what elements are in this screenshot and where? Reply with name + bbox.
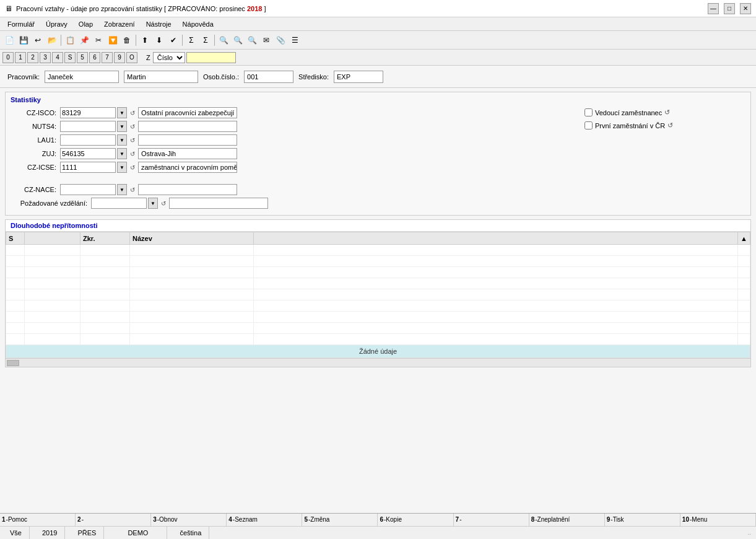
tb-down[interactable]: ⬇ (152, 33, 166, 47)
worker-stredisko[interactable] (334, 71, 383, 83)
tb-list[interactable]: ☰ (288, 33, 302, 47)
rec-btn-5[interactable]: 5 (77, 52, 88, 63)
czicse-reset[interactable]: ↺ (128, 163, 137, 172)
czisco-input[interactable] (60, 107, 116, 118)
czicse-input[interactable] (60, 162, 116, 173)
czisco-reset[interactable]: ↺ (128, 108, 137, 117)
fn6-key[interactable]: 6-Kopie (378, 514, 453, 526)
cznace-dropdown[interactable]: ▼ (117, 184, 127, 195)
menu-formulaf[interactable]: Formulář (2, 20, 40, 28)
lau1-dropdown[interactable]: ▼ (117, 134, 127, 146)
rec-btn-o[interactable]: O (126, 52, 137, 63)
czisco-dropdown[interactable]: ▼ (117, 107, 127, 118)
stat-row-czisco: CZ-ISCO: ▼ ↺ Ostatní pracovníci zabezpeč… (11, 107, 584, 118)
lau1-input[interactable] (60, 134, 116, 146)
prvni-zamestnani-label: První zaměstnání v ČR (595, 122, 665, 129)
fn3-key[interactable]: 3-Obnov (151, 514, 227, 526)
maximize-button[interactable]: □ (724, 3, 735, 14)
rec-btn-1[interactable]: 1 (15, 52, 26, 63)
rec-btn-7[interactable]: 7 (102, 52, 113, 63)
table-header-row: S Zkr. Název ▲ (6, 232, 750, 245)
vedouci-reset-icon[interactable]: ↺ (664, 108, 670, 116)
rec-btn-4[interactable]: 4 (52, 52, 63, 63)
nuts4-reset[interactable]: ↺ (128, 122, 137, 131)
tb-undo[interactable]: ↩ (31, 33, 45, 47)
tb-open[interactable]: 📂 (45, 33, 59, 47)
menu-napoveda[interactable]: Nápověda (178, 20, 219, 28)
rec-btn-6[interactable]: 6 (89, 52, 100, 63)
h-scroll-thumb[interactable] (7, 360, 19, 366)
menu-upravy[interactable]: Úpravy (41, 20, 72, 28)
fn7-key[interactable]: 7- (454, 514, 529, 526)
rec-btn-s1[interactable]: S (64, 52, 76, 63)
fn4-key[interactable]: 4-Seznam (227, 514, 302, 526)
vedouci-checkbox[interactable] (584, 108, 593, 116)
stat-spacer (11, 175, 584, 184)
zuj-input[interactable] (60, 148, 116, 159)
worker-firstname[interactable] (124, 71, 198, 83)
worker-info: Pracovník: Osob.číslo.: Středisko: (0, 66, 756, 88)
tb-filter[interactable]: 🔽 (106, 33, 119, 47)
vzdelani-dropdown[interactable]: ▼ (148, 198, 158, 209)
worker-osob-cislo[interactable] (244, 71, 293, 83)
menu-zobrazeni[interactable]: Zobrazení (99, 20, 140, 28)
tb-paste[interactable]: 📌 (77, 33, 91, 47)
vzdelani-reset[interactable]: ↺ (159, 199, 168, 208)
menu-nastroje[interactable]: Nástroje (141, 20, 176, 28)
czicse-dropdown[interactable]: ▼ (117, 162, 127, 173)
lau1-reset[interactable]: ↺ (128, 136, 137, 144)
prvni-zamestnani-checkbox[interactable] (584, 121, 593, 129)
menu-olap[interactable]: Olap (74, 20, 98, 28)
zuj-dropdown[interactable]: ▼ (117, 148, 127, 159)
fn8-key[interactable]: 8-Zneplatnění (529, 514, 605, 526)
close-button[interactable]: ✕ (740, 3, 751, 14)
czisco-text: Ostatní pracovníci zabezpečují (138, 107, 237, 118)
tb-check[interactable]: ✔ (167, 33, 180, 47)
stats-inner: CZ-ISCO: ▼ ↺ Ostatní pracovníci zabezpeč… (11, 107, 745, 211)
nuts4-dropdown[interactable]: ▼ (117, 121, 127, 132)
prvni-zamestnani-reset-icon[interactable]: ↺ (667, 121, 673, 129)
czicse-combo: ▼ ↺ zaměstnanci v pracovním poměr (60, 162, 237, 173)
zuj-reset[interactable]: ↺ (128, 149, 137, 158)
record-value-input[interactable] (186, 52, 236, 63)
tb-cut[interactable]: ✂ (92, 33, 105, 47)
tb-new[interactable]: 📄 (2, 33, 16, 47)
fn1-key[interactable]: 1-Pomoc (0, 514, 76, 526)
rec-btn-0[interactable]: 0 (2, 52, 14, 63)
tb-sum[interactable]: Σ (185, 33, 198, 47)
nuts4-input[interactable] (60, 121, 116, 132)
czicse-label: CZ-ICSE: (11, 164, 60, 171)
tb-save[interactable]: 💾 (17, 33, 30, 47)
vzdelani-input[interactable] (91, 198, 147, 209)
tb-delete[interactable]: 🗑 (120, 33, 134, 47)
fn2-num: 2 (77, 516, 81, 523)
rec-btn-2[interactable]: 2 (27, 52, 38, 63)
fn9-key[interactable]: 9-Tisk (605, 514, 680, 526)
stats-left: CZ-ISCO: ▼ ↺ Ostatní pracovníci zabezpeč… (11, 107, 584, 211)
cznace-input[interactable] (60, 184, 116, 195)
th-scroll: ▲ (738, 232, 750, 245)
tb-search2[interactable]: 🔍 (231, 33, 245, 47)
rec-btn-3[interactable]: 3 (40, 52, 51, 63)
tb-search3[interactable]: 🔍 (245, 33, 259, 47)
tb-attach[interactable]: 📎 (274, 33, 287, 47)
fn10-key[interactable]: 10-Menu (680, 514, 756, 526)
fn5-key[interactable]: 5-Změna (302, 514, 378, 526)
cznace-reset[interactable]: ↺ (128, 185, 137, 194)
horizontal-scrollbar[interactable] (6, 358, 750, 367)
status-year: 2019 (35, 527, 65, 539)
tb-sep3 (182, 35, 183, 46)
tb-sigma2[interactable]: Σ (199, 33, 212, 47)
record-type-select[interactable]: Číslo (153, 52, 185, 63)
tb-copy[interactable]: 📋 (63, 33, 77, 47)
minimize-button[interactable]: — (708, 3, 719, 14)
worker-lastname[interactable] (45, 71, 119, 83)
tb-up[interactable]: ⬆ (138, 33, 152, 47)
fn6-num: 6 (380, 516, 383, 523)
rec-btn-9[interactable]: 9 (114, 52, 125, 63)
status-lang: čeština (172, 527, 209, 539)
fn6-label: -Kopie (384, 516, 402, 523)
fn2-key[interactable]: 2- (76, 514, 151, 526)
tb-search1[interactable]: 🔍 (217, 33, 230, 47)
tb-mail[interactable]: ✉ (259, 33, 273, 47)
